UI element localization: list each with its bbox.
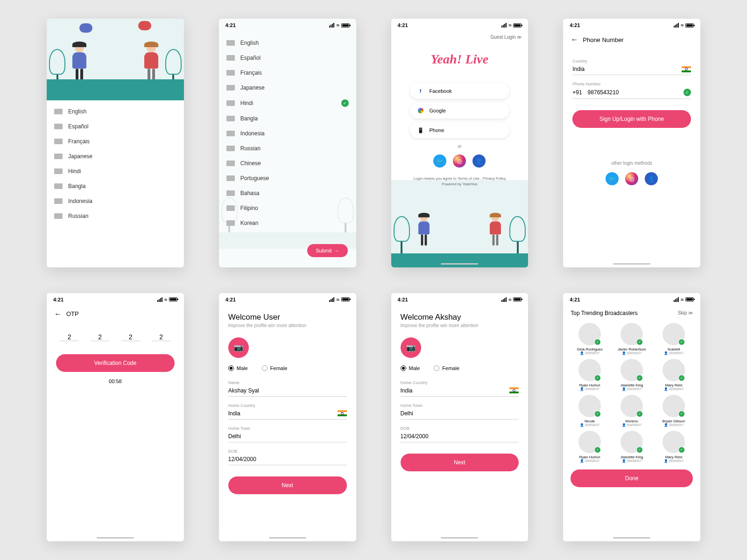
country-input[interactable] (401, 387, 510, 394)
gender-male-radio[interactable]: Male (401, 365, 420, 371)
town-label: Home Town (228, 426, 347, 431)
country-field[interactable] (572, 63, 691, 75)
language-item[interactable]: Korean (226, 216, 349, 231)
phone-field[interactable]: +91 ✓ (572, 86, 691, 99)
country-input[interactable] (572, 66, 682, 72)
language-item[interactable]: Bangla (54, 179, 176, 194)
next-button[interactable]: Next (228, 476, 347, 494)
otp-digit[interactable] (60, 333, 79, 341)
otp-digit[interactable] (91, 333, 109, 341)
language-item[interactable]: Hindi (54, 164, 176, 179)
broadcaster-item[interactable]: ✓Nicole👤 00458547 (570, 395, 610, 427)
guest-user-button[interactable]: 👤 (472, 154, 486, 168)
terms-text: Login means you agree to Terms of Use , … (391, 176, 529, 187)
broadcaster-name: Ryan Horton (570, 383, 610, 387)
app-logo: Yeah! Live (391, 52, 529, 67)
language-item[interactable]: Russian (54, 209, 176, 224)
guest-login-link[interactable]: Guest Login ≫ (391, 32, 529, 42)
flag-icon (226, 116, 235, 121)
broadcaster-name: Bryan Gibson (654, 419, 694, 423)
next-button[interactable]: Next (401, 454, 519, 471)
broadcaster-item[interactable]: ✓Ryan Horton👤 00458547 (570, 359, 610, 391)
language-label: Français (68, 138, 90, 145)
language-item[interactable]: English (226, 35, 349, 50)
screen-welcome-user: 4:21≈ Welcome User Improve the profile w… (219, 293, 356, 542)
language-item[interactable]: Chinese (226, 156, 349, 171)
language-item[interactable]: Français (226, 65, 349, 80)
avatar: ✓ (662, 431, 685, 453)
twitter-login-button[interactable]: 🐦 (606, 172, 619, 185)
guest-user-button[interactable]: 👤 (645, 172, 658, 185)
broadcaster-item[interactable]: ✓Javier Robertson👤 00458547 (612, 323, 652, 355)
gender-female-radio[interactable]: Female (262, 365, 288, 371)
dob-input[interactable] (401, 433, 519, 440)
dob-input[interactable] (228, 456, 347, 462)
otp-digit[interactable] (152, 333, 170, 341)
instagram-login-button[interactable]: ◎ (453, 154, 466, 168)
google-login-button[interactable]: Google (410, 103, 510, 119)
phone-login-button[interactable]: 📱Phone (410, 122, 510, 138)
language-item[interactable]: Russian (226, 141, 349, 156)
language-label: Español (68, 123, 88, 130)
broadcaster-item[interactable]: ✓Jeanette King👤 00458547 (612, 359, 652, 391)
back-icon[interactable]: ← (571, 35, 578, 44)
language-item[interactable]: Español (226, 50, 349, 65)
avatar: ✓ (620, 359, 643, 381)
broadcaster-item[interactable]: ✓Mary Reid👤 00458547 (654, 359, 694, 391)
avatar-upload-button[interactable]: 📷 (228, 337, 249, 358)
gender-male-radio[interactable]: Male (228, 365, 248, 371)
signup-login-button[interactable]: Sign Up/Login with Phone (572, 110, 691, 128)
language-item[interactable]: Filipino (226, 201, 349, 216)
language-item[interactable]: Hindi✓ (226, 95, 349, 111)
language-item[interactable]: Japanese (54, 149, 176, 164)
broadcaster-item[interactable]: ✓Moreno👤 00458547 (612, 395, 652, 427)
status-time: 4:21 (226, 297, 236, 302)
country-label: Home Country (228, 403, 347, 408)
town-input[interactable] (228, 433, 347, 440)
language-item[interactable]: Español (54, 119, 176, 134)
language-list: EnglishEspañolFrançaisJapaneseHindiBangl… (47, 100, 184, 267)
home-indicator (97, 537, 134, 539)
otp-digit[interactable] (121, 333, 140, 341)
instagram-login-button[interactable]: ◎ (625, 172, 638, 185)
page-title: OTP (66, 310, 79, 317)
town-input[interactable] (401, 410, 519, 417)
language-item[interactable]: Indonesia (54, 194, 176, 209)
page-title: Top Trending Broadcasters (571, 310, 637, 316)
gender-female-radio[interactable]: Female (434, 365, 459, 371)
language-item[interactable]: Français (54, 134, 176, 149)
status-bar: 4:21 ≈ (391, 19, 529, 32)
name-input[interactable] (228, 387, 347, 394)
skip-link[interactable]: Skip ≫ (678, 310, 693, 315)
country-label: Country (572, 59, 691, 63)
facebook-login-button[interactable]: fFacebook (410, 83, 510, 99)
avatar-upload-button[interactable]: 📷 (401, 337, 421, 358)
broadcaster-id: 👤 00458547 (612, 459, 652, 463)
phone-input[interactable] (588, 89, 684, 96)
flag-icon (54, 124, 63, 129)
broadcaster-item[interactable]: ✓Gina Rodriguez👤 00458547 (570, 323, 610, 355)
twitter-login-button[interactable]: 🐦 (433, 154, 446, 168)
broadcaster-item[interactable]: ✓Bryan Gibson👤 00458547 (654, 395, 694, 427)
flag-icon (54, 109, 63, 114)
back-icon[interactable]: ← (54, 310, 62, 318)
india-flag-icon (682, 66, 691, 72)
countdown-timer: 00:58 (47, 378, 184, 384)
broadcaster-item[interactable]: ✓Ryan Horton👤 00458547 (570, 431, 610, 463)
country-input[interactable] (228, 410, 338, 417)
language-item[interactable]: Japanese (226, 80, 349, 95)
language-item[interactable]: English (54, 104, 176, 119)
language-item[interactable]: Bahasa (226, 186, 349, 201)
language-item[interactable]: Bangla (226, 111, 349, 126)
verify-button[interactable]: Verification Code (56, 354, 175, 372)
language-item[interactable]: Indonesia (226, 126, 349, 141)
language-item[interactable]: Portuguese (226, 171, 349, 186)
selected-icon: ✓ (594, 339, 601, 345)
broadcaster-item[interactable]: ✓Mary Reid👤 00458547 (654, 431, 694, 463)
language-label: Español (240, 55, 261, 61)
broadcaster-name: Scarlett (654, 347, 694, 351)
done-button[interactable]: Done (571, 469, 693, 487)
broadcaster-item[interactable]: ✓Scarlett👤 00458547 (654, 323, 694, 355)
broadcaster-item[interactable]: ✓Jeanette King👤 00458547 (612, 431, 652, 463)
welcome-subtitle: Improve the profile win more attention (391, 323, 529, 336)
